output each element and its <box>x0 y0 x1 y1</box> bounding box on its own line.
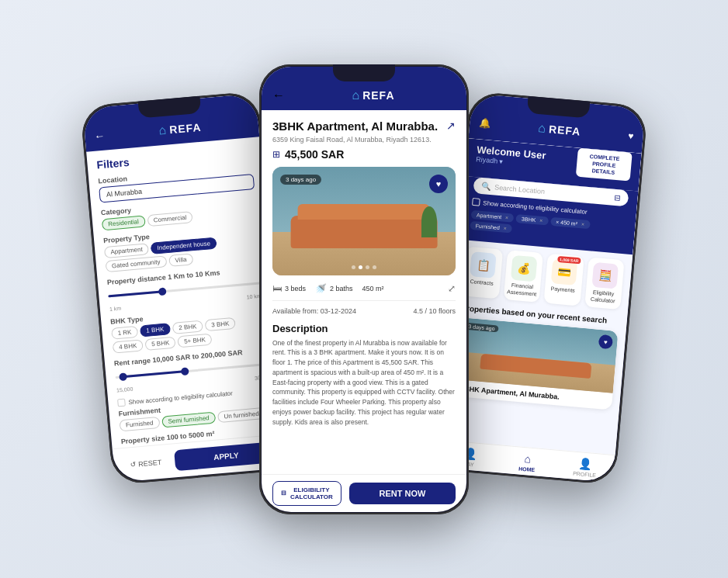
action-eligibility[interactable]: 🧮 Eligibility Calculator <box>584 257 625 310</box>
eligibility-checkbox[interactable] <box>117 398 126 407</box>
right-header-icons: 🔔 <box>479 117 491 129</box>
contracts-label: Contracts <box>466 279 497 288</box>
right-screen: 🔔 ⌂ REFA ♥ Welcome User Riyadh <box>439 93 645 483</box>
reset-button[interactable]: ↺ RESET <box>122 451 169 476</box>
property-stats: 🛏 3 beds 🚿 2 baths 450 m² ⤢ <box>272 283 456 301</box>
image-dots <box>352 265 376 269</box>
availability-row: Available from: 03-12-2024 4.5 / 10 floo… <box>272 307 456 315</box>
bhk-section: BHK Type 1 RK 1 BHK 2 BHK 3 BHK 4 BHK 5 … <box>110 304 268 353</box>
tag-villa[interactable]: Villa <box>168 253 193 267</box>
tag-furnished[interactable]: Furnished <box>119 416 160 431</box>
app-logo-center: ⌂ REFA <box>352 88 394 102</box>
center-phone: ← ⌂ REFA 3BHK Apartment, Al Murabba. ↗ 6… <box>259 64 469 514</box>
logo-text-left: REFA <box>169 120 203 136</box>
action-payments[interactable]: 💳 1,069 SAR Payments <box>543 253 584 306</box>
tag-4bhk[interactable]: 4 BHK <box>113 339 144 353</box>
complete-profile-button[interactable]: COMPLETE PROFILE DETAILS <box>576 147 633 181</box>
card-image: 3 days ago ♥ <box>455 317 618 393</box>
days-badge: 3 days ago <box>280 175 321 185</box>
tag-semi[interactable]: Semi furnished <box>161 411 216 427</box>
eligibility-calc-icon: ⊟ <box>281 490 286 497</box>
center-footer: ⊟ ELIGIBILITY CALCULATOR RENT NOW <box>262 474 466 512</box>
payments-label: Payments <box>548 286 578 295</box>
rent-fill <box>123 370 185 378</box>
rent-min: 15,000 <box>116 386 133 393</box>
financial-icon: 💰 <box>511 255 538 282</box>
payments-icon: 💳 1,069 SAR <box>551 258 578 286</box>
rent-thumb-max[interactable] <box>181 367 189 376</box>
eligibility-icon: 🧮 <box>591 262 619 289</box>
right-header-icons-2: ♥ <box>628 130 634 142</box>
eligibility-calc-label: ELIGIBILITY CALCULATOR <box>290 486 333 500</box>
property-type-section: Property Type Appartment Independent hou… <box>103 223 261 272</box>
eligibility-check-box[interactable] <box>472 198 480 206</box>
distance-section: Property distance 1 Km to 10 Kms 1 km 10… <box>106 265 264 311</box>
distance-min: 1 km <box>109 305 122 311</box>
right-body: Welcome User Riyadh ▾ COMPLETE PROFILE D… <box>442 138 642 455</box>
distance-thumb[interactable] <box>158 287 167 296</box>
property-price: 45,500 SAR <box>285 148 344 161</box>
area-value: 450 m² <box>362 285 384 292</box>
floor-info: 4.5 / 10 floors <box>413 307 456 315</box>
reset-icon: ↺ <box>130 460 137 469</box>
rent-thumb-min[interactable] <box>119 372 127 381</box>
left-screen: ← ⌂ REFA Filters Location Al Murabba Cat… <box>82 93 288 483</box>
tag-3bhk[interactable]: 3 BHK <box>205 317 236 331</box>
back-button-center[interactable]: ← <box>272 88 285 102</box>
tag-apartment[interactable]: Appartment <box>104 243 149 258</box>
location-text: Riyadh <box>476 155 498 164</box>
tag-2bhk[interactable]: 2 BHK <box>172 320 203 334</box>
heart-icon-right[interactable]: ♥ <box>628 130 634 142</box>
logo-icon-center: ⌂ <box>352 88 359 102</box>
property-price-row: ⊞ 45,500 SAR <box>272 148 456 161</box>
tag-residential[interactable]: Residential <box>102 215 146 230</box>
tag-apartment-right[interactable]: Apartment × <box>470 210 514 223</box>
tag-5bhk[interactable]: 5 BHK <box>145 336 176 350</box>
available-from: Available from: 03-12-2024 <box>272 307 356 315</box>
description-title: Description <box>272 323 456 334</box>
eligibility-label-right: Eligibility Calculator <box>588 289 619 304</box>
logo-text-right: REFA <box>548 123 581 138</box>
description-text: One of the finest property in Al Murabba… <box>272 338 456 427</box>
app-logo-left: ⌂ REFA <box>158 119 202 137</box>
eligibility-calculator-button[interactable]: ⊟ ELIGIBILITY CALCULATOR <box>272 481 341 506</box>
tag-1bhk[interactable]: 1 BHK <box>140 323 171 337</box>
heart-button[interactable]: ♥ <box>429 175 448 193</box>
tag-1rk[interactable]: 1 RK <box>111 325 138 339</box>
filter-body: Filters Location Al Murabba Category Res… <box>86 137 286 448</box>
property-body: 3BHK Apartment, Al Murabba. ↗ 6359 King … <box>262 110 466 474</box>
action-financial[interactable]: 💰 Financial Assessment <box>503 250 543 303</box>
area-stat: 450 m² <box>362 285 384 292</box>
recent-property-card[interactable]: 3 days ago ♥ 3BHK Apartment, Al Murabba. <box>453 317 618 410</box>
rent-now-button[interactable]: RENT NOW <box>349 483 456 504</box>
tag-furnished-right[interactable]: Furnished × <box>470 221 512 234</box>
bell-icon[interactable]: 🔔 <box>479 117 491 129</box>
tag-commercial[interactable]: Commercial <box>147 211 193 227</box>
dot-1 <box>352 265 355 269</box>
scene-sofa <box>291 216 438 248</box>
logo-text-center: REFA <box>362 89 394 102</box>
distance-fill <box>108 290 162 297</box>
payment-badge: 1,069 SAR <box>557 256 581 265</box>
phone-notch-center <box>333 64 395 81</box>
share-button[interactable]: ↗ <box>446 119 456 132</box>
contracts-icon: 📋 <box>470 251 497 279</box>
home-label: HOME <box>518 466 536 472</box>
footer-home[interactable]: ⌂ HOME <box>497 450 557 474</box>
tag-unfurnished[interactable]: Un furnished <box>217 407 265 422</box>
property-address: 6359 King Faisal Road, Al Murabba, Riyad… <box>272 136 456 144</box>
financial-label: Financial Assessment <box>507 282 538 297</box>
profile-label: PROFILE <box>573 470 596 478</box>
filter-icon[interactable]: ⊟ <box>614 193 621 202</box>
profile-icon: 👤 <box>578 457 592 470</box>
dot-3 <box>366 265 369 269</box>
price-icon: ⊞ <box>272 149 280 160</box>
back-button-left[interactable]: ← <box>94 129 106 142</box>
tag-area-right[interactable]: × 450 m² × <box>550 217 591 229</box>
logo-icon-left: ⌂ <box>158 123 167 137</box>
expand-icon[interactable]: ⤢ <box>448 283 456 294</box>
tag-5plus[interactable]: 5+ BHK <box>178 333 213 348</box>
tag-3bhk-right[interactable]: 3BHK × <box>516 214 549 226</box>
footer-profile[interactable]: 👤 PROFILE <box>556 455 615 479</box>
property-image-container: 3 days ago ♥ <box>272 167 456 275</box>
